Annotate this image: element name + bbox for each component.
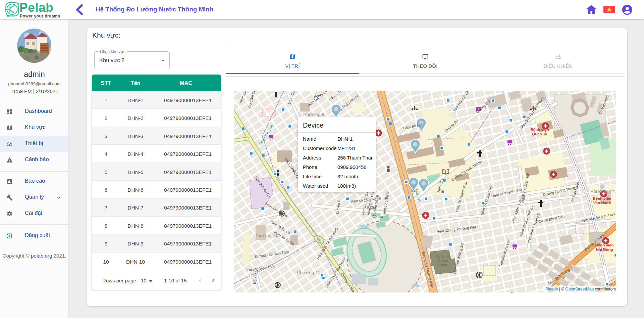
svg-text:Phường 12: Phường 12 [590,189,614,194]
svg-text:Dự án Xi: Dự án Xi [435,254,450,258]
svg-text:Phường 11: Phường 11 [297,270,320,275]
svg-text:Nhi Đồng: Nhi Đồng [596,247,613,252]
svg-text:Bệnh viện: Bệnh viện [595,243,614,247]
svg-text:Grand: Grand [438,259,448,263]
svg-text:Bệnh viện: Bệnh viện [593,196,611,201]
svg-text:Phường 9: Phường 9 [303,112,324,117]
svg-text:Bệnh viện: Bệnh viện [531,128,549,132]
svg-text:Court: Court [438,263,448,267]
svg-text:Pigeon | © OpenStreetMap contr: Pigeon | © OpenStreetMap contributors [545,287,616,291]
svg-text:Van Hạnh: Van Hạnh [593,201,611,205]
svg-text:Quận 10: Quận 10 [532,132,547,136]
